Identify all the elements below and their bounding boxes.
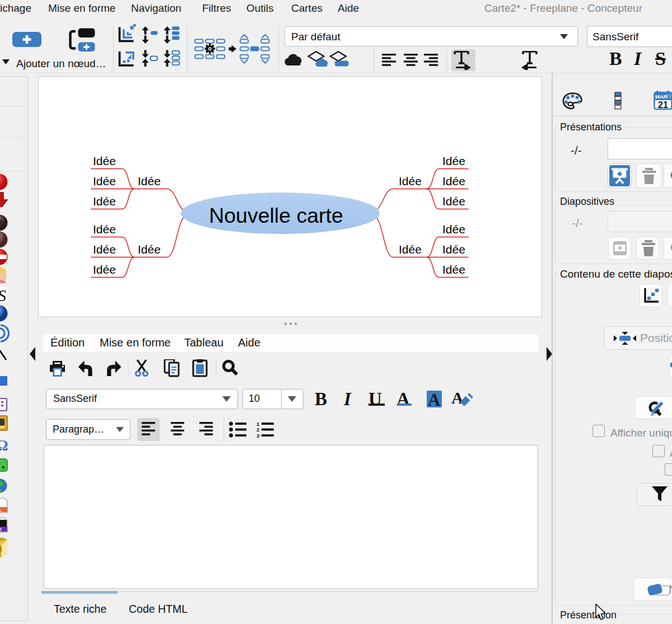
- svg-text:L: L: [0, 507, 2, 513]
- svg-text:Idée: Idée: [442, 223, 465, 236]
- svg-text:Idée: Idée: [138, 243, 161, 256]
- svg-text:Ω: Ω: [0, 437, 8, 454]
- svg-text:2: 2: [256, 426, 259, 433]
- svg-text:Idée: Idée: [93, 223, 116, 236]
- svg-text:Idée: Idée: [442, 195, 465, 208]
- svg-text:Idée: Idée: [442, 154, 465, 167]
- svg-text:Idée: Idée: [93, 263, 116, 276]
- svg-text:Idée: Idée: [93, 154, 116, 167]
- svg-text:3: 3: [256, 433, 259, 439]
- svg-text:Idée: Idée: [399, 243, 422, 256]
- svg-text:Idée: Idée: [138, 175, 161, 187]
- svg-text:Idée: Idée: [93, 175, 116, 187]
- svg-text:Idée: Idée: [442, 175, 465, 187]
- svg-text:Idée: Idée: [442, 263, 465, 276]
- svg-text:Idée: Idée: [442, 243, 465, 256]
- svg-text:Idée: Idée: [399, 175, 422, 187]
- svg-text:Idée: Idée: [93, 243, 116, 256]
- svg-text:Nouvelle carte: Nouvelle carte: [209, 204, 343, 227]
- svg-text:Idée: Idée: [93, 195, 116, 208]
- svg-text:21: 21: [658, 100, 668, 110]
- svg-text:S: S: [0, 286, 6, 304]
- svg-text:MAR: MAR: [655, 93, 668, 100]
- svg-text:V: V: [0, 527, 2, 532]
